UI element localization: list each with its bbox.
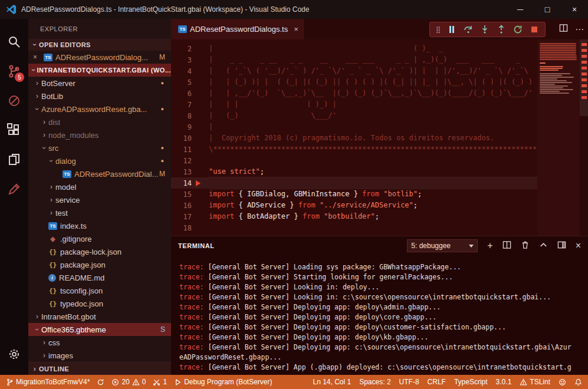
- edit-icon[interactable]: [0, 174, 28, 204]
- eol-item[interactable]: CRLF: [428, 378, 446, 386]
- gutter-row[interactable]: 12: [171, 155, 209, 166]
- panel-layout-icon[interactable]: [557, 240, 566, 252]
- code-line-18[interactable]: [209, 222, 588, 233]
- tree-item-index-ts[interactable]: TSindex.ts: [28, 219, 171, 232]
- tree-item-readme-md[interactable]: iREADME.md: [28, 271, 171, 284]
- tree-item-service[interactable]: service: [28, 193, 171, 206]
- gutter-row[interactable]: 7: [171, 99, 209, 110]
- gutter-row[interactable]: 8: [171, 110, 209, 121]
- notifications-item[interactable]: [574, 378, 582, 386]
- code-line-4[interactable]: | ( '_`\ ( '__)/'_` ) /'_ `\/' _ ` _ `\ …: [209, 65, 588, 77]
- tree-item-adresetpassworddial-[interactable]: TSADResetPasswordDial...M: [28, 167, 171, 180]
- step-over-button[interactable]: [464, 25, 473, 34]
- stop-button[interactable]: [530, 25, 539, 34]
- tree-item-images[interactable]: images: [28, 349, 171, 362]
- split-terminal-icon[interactable]: [502, 240, 511, 252]
- code-line-15[interactable]: import { IGBDialog, GBMinInstance } from…: [209, 189, 588, 200]
- sync-button[interactable]: [97, 378, 104, 386]
- gutter-row[interactable]: 10: [171, 133, 209, 144]
- code-line-3[interactable]: | _ _ _ __ _ _ __ ___ ___ _ _ | ,_)(_) _…: [209, 54, 588, 65]
- encoding-item[interactable]: UTF-8: [399, 378, 419, 386]
- workspace-header[interactable]: INTRANETBOTQUICKSTART.GBAI (WO...: [28, 64, 171, 77]
- tree-item-package-json[interactable]: {}package.json: [28, 258, 171, 271]
- tslint-item[interactable]: TSLint: [520, 378, 550, 386]
- tree-item-botserver[interactable]: BotServer●: [28, 77, 171, 90]
- close-icon[interactable]: ×: [33, 53, 41, 61]
- misc-count-item[interactable]: 1: [153, 378, 167, 386]
- code-line-14[interactable]: [209, 177, 588, 189]
- drag-grip-icon[interactable]: ⣿: [436, 26, 440, 34]
- pause-button[interactable]: [447, 25, 456, 34]
- code-line-13[interactable]: "use strict";: [209, 166, 588, 177]
- close-panel-icon[interactable]: ×: [576, 240, 581, 251]
- gutter-row[interactable]: 15: [171, 189, 209, 200]
- gutter-row[interactable]: 3: [171, 54, 209, 65]
- code-line-16[interactable]: import { ADService } from "../service/AD…: [209, 200, 588, 211]
- tree-item-package-lock-json[interactable]: {}package-lock.json: [28, 245, 171, 258]
- minimize-button[interactable]: ─: [507, 0, 534, 19]
- maximize-button[interactable]: □: [534, 0, 561, 19]
- tree-item-tsconfig-json[interactable]: {}tsconfig.json: [28, 284, 171, 297]
- debug-program-item[interactable]: Debug Program (BotServer): [174, 378, 272, 386]
- feedback-smiley-item[interactable]: [559, 378, 566, 386]
- ts-version-item[interactable]: 3.0.1: [496, 378, 512, 386]
- gutter-row[interactable]: 11: [171, 144, 209, 155]
- open-editors-header[interactable]: OPEN EDITORS: [28, 39, 171, 51]
- gutter-row[interactable]: 5: [171, 77, 209, 88]
- code-line-6[interactable]: | | ,__/'(_) `\__,_)`\__ |(_) (_) (_)`\_…: [209, 88, 588, 99]
- source-control-icon[interactable]: 5: [0, 57, 28, 86]
- tree-item-office365-gbtheme[interactable]: Office365.gbthemeS: [28, 323, 171, 336]
- tab-close-icon[interactable]: ×: [294, 25, 298, 34]
- code-line-12[interactable]: [209, 155, 588, 166]
- code-editor[interactable]: 23456789101112131415161718 | ( )_ _ || _…: [171, 39, 588, 236]
- code-line-9[interactable]: | |: [209, 121, 588, 133]
- tree-item-dialog[interactable]: dialog●: [28, 154, 171, 167]
- files-icon[interactable]: [0, 145, 28, 174]
- code-line-11[interactable]: \***************************************…: [209, 144, 588, 155]
- step-into-button[interactable]: [480, 25, 490, 34]
- search-icon[interactable]: [0, 27, 28, 57]
- tree-item-model[interactable]: model: [28, 180, 171, 193]
- terminal-output[interactable]: trace: [General Bot Server] Loading sys …: [171, 255, 588, 375]
- code-line-5[interactable]: | | (_) )| | ( (_| |( (_) || ( ) ( ) |( …: [209, 77, 588, 88]
- terminal-select[interactable]: 5: debuggee: [407, 239, 478, 252]
- tab-adresetpassworddialogs[interactable]: TS ADResetPasswordDialogs.ts ×: [171, 19, 305, 39]
- tree-item-src[interactable]: src●: [28, 141, 171, 154]
- outline-header[interactable]: OUTLINE: [28, 362, 171, 375]
- language-item[interactable]: TypeScript: [454, 378, 488, 386]
- tree-item-test[interactable]: test: [28, 206, 171, 219]
- maximize-panel-icon[interactable]: [539, 240, 548, 252]
- more-actions-icon[interactable]: ⋯: [575, 24, 584, 35]
- tree-item-botlib[interactable]: BotLib: [28, 90, 171, 103]
- close-button[interactable]: ×: [561, 0, 588, 19]
- gutter-row[interactable]: 17: [171, 211, 209, 222]
- tree-item-node-modules[interactable]: node_modules: [28, 128, 171, 141]
- code-line-8[interactable]: | (_) \___/' |: [209, 110, 588, 121]
- minimap[interactable]: [537, 39, 580, 236]
- tab-terminal[interactable]: TERMINAL: [178, 242, 215, 249]
- code-line-2[interactable]: | ( )_ _ |: [209, 43, 588, 54]
- overview-ruler[interactable]: [580, 39, 588, 236]
- code-lines[interactable]: | ( )_ _ || _ _ _ __ _ _ __ ___ ___ _ _ …: [209, 39, 588, 236]
- tree-item--gitignore[interactable]: ◆.gitignore: [28, 232, 171, 245]
- gutter-row[interactable]: 9: [171, 121, 209, 133]
- tree-item-typedoc-json[interactable]: {}typedoc.json: [28, 297, 171, 310]
- gutter-row[interactable]: 4: [171, 65, 209, 77]
- problems-item[interactable]: 20 0: [111, 378, 146, 386]
- tree-item-intranetbot-gbot[interactable]: IntranetBot.gbot: [28, 310, 171, 323]
- git-branch-item[interactable]: MigrationToBotFmwV4*: [6, 378, 90, 386]
- gutter-row[interactable]: 14: [171, 177, 209, 189]
- settings-gear-icon[interactable]: [0, 339, 28, 369]
- indentation-item[interactable]: Spaces: 2: [359, 378, 390, 386]
- code-line-7[interactable]: | | | ( )_) | |: [209, 99, 588, 110]
- extensions-icon[interactable]: [0, 116, 28, 145]
- open-editor-item[interactable]: × TS ADResetPasswordDialog... M: [28, 51, 171, 64]
- cursor-position-item[interactable]: Ln 14, Col 1: [313, 378, 351, 386]
- tree-item-css[interactable]: css: [28, 336, 171, 349]
- restart-button[interactable]: [513, 25, 523, 34]
- debug-icon[interactable]: [0, 86, 28, 116]
- gutter-row[interactable]: 6: [171, 88, 209, 99]
- gutter-row[interactable]: 2: [171, 43, 209, 54]
- tree-item-dist[interactable]: dist: [28, 116, 171, 128]
- new-terminal-icon[interactable]: +: [487, 241, 492, 250]
